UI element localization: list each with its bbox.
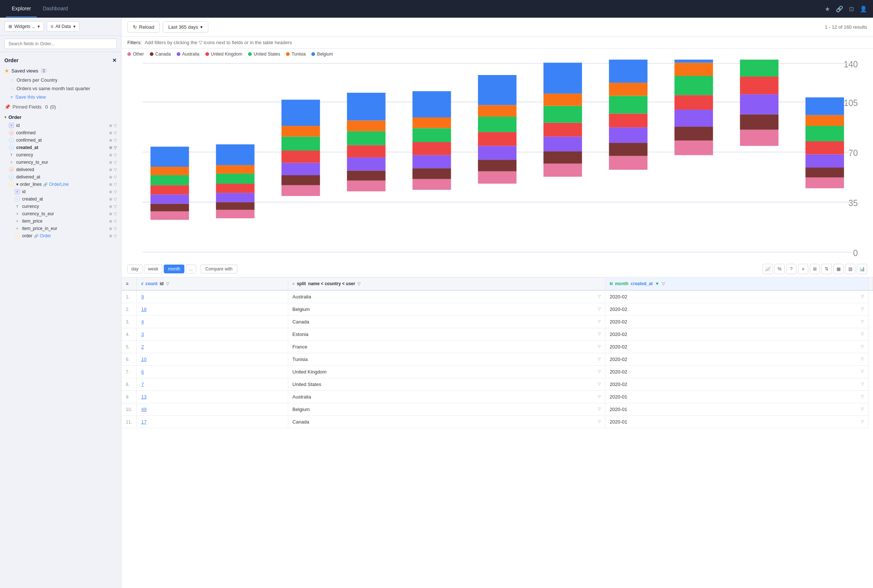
date-filter-button[interactable]: Last 365 days ▾: [163, 21, 208, 33]
th-sort-desc-icon[interactable]: ▼: [655, 281, 660, 286]
nav-tab-dashboard[interactable]: Dashboard: [37, 0, 74, 17]
field-created-at[interactable]: ○ created_at ⊕ ▽: [0, 144, 121, 151]
pinned-fields-header[interactable]: 📌 Pinned Fields 0 (0): [0, 101, 121, 111]
field-delivered[interactable]: ◇ delivered ⊕ ▽: [0, 166, 121, 173]
close-icon[interactable]: ✕: [112, 57, 117, 63]
count-link[interactable]: 49: [141, 406, 147, 412]
filter-field-icon-2[interactable]: ▽: [114, 130, 117, 135]
sub-filter-icon[interactable]: ▽: [114, 189, 117, 194]
field-currency-to-eur[interactable]: # currency_to_eur ⊕ ▽: [0, 159, 121, 166]
pin-field-icon-2[interactable]: ⊕: [109, 130, 112, 135]
reload-button[interactable]: ↻ Reload: [128, 21, 160, 33]
pin-field-icon[interactable]: ⊕: [109, 123, 112, 128]
cell-count[interactable]: 49: [136, 403, 288, 416]
pin-field-icon-5[interactable]: ⊕: [109, 153, 112, 158]
count-link[interactable]: 3: [141, 332, 144, 337]
search-input[interactable]: [4, 39, 117, 49]
row-filter-icon[interactable]: ▽: [598, 332, 601, 336]
cell-count[interactable]: 3: [136, 328, 288, 341]
row-date-filter-icon[interactable]: ▽: [861, 306, 864, 311]
bar-chart-3-icon-btn[interactable]: 📊: [857, 264, 867, 274]
sub-pin-icon-7[interactable]: ⊕: [109, 234, 112, 238]
cell-count[interactable]: 18: [136, 303, 288, 316]
list-icon-btn[interactable]: ≡: [798, 264, 808, 274]
cell-count[interactable]: 4: [136, 316, 288, 328]
sub-pin-icon-5[interactable]: ⊕: [109, 219, 112, 224]
row-date-filter-icon[interactable]: ▽: [861, 357, 864, 362]
cell-count[interactable]: 17: [136, 416, 288, 428]
count-link[interactable]: 2: [141, 344, 144, 350]
row-date-filter-icon[interactable]: ▽: [861, 294, 864, 299]
pin-field-icon-4[interactable]: ⊕: [109, 146, 112, 150]
count-link[interactable]: 7: [141, 382, 144, 387]
screen-icon[interactable]: ⊡: [849, 6, 854, 12]
filter-field-icon-5[interactable]: ▽: [114, 153, 117, 158]
field-confirmed[interactable]: ◇ confirmed ⊕ ▽: [0, 129, 121, 136]
sub-filter-icon-7[interactable]: ▽: [114, 234, 117, 238]
count-link[interactable]: 9: [141, 294, 144, 300]
th-count-filter-icon[interactable]: ▽: [166, 282, 169, 286]
filter-field-icon-6[interactable]: ▽: [114, 160, 117, 165]
sub-filter-icon-5[interactable]: ▽: [114, 219, 117, 224]
row-filter-icon[interactable]: ▽: [598, 419, 601, 424]
pin-field-icon-9[interactable]: ⊕: [109, 182, 112, 187]
field-confirmed-at[interactable]: ○ confirmed_at ⊕ ▽: [0, 136, 121, 144]
filter-field-icon[interactable]: ▽: [114, 123, 117, 128]
sub-pin-icon-3[interactable]: ⊕: [109, 204, 112, 209]
widgets-dropdown[interactable]: ⊞ Explorer Widgets ... ▾: [4, 21, 44, 32]
line-chart-icon-btn[interactable]: 📈: [763, 264, 773, 274]
subfield-item-price-in-eur[interactable]: # item_price_in_eur ⊕ ▽: [0, 225, 121, 232]
pin-field-icon-8[interactable]: ⊕: [109, 175, 112, 180]
grid-icon-btn[interactable]: ⊞: [810, 264, 820, 274]
count-link[interactable]: 6: [141, 369, 144, 375]
sub-filter-icon-4[interactable]: ▽: [114, 212, 117, 216]
subfield-id[interactable]: # id ⊕ ▽: [0, 188, 121, 195]
row-filter-icon[interactable]: ▽: [598, 319, 601, 324]
row-date-filter-icon[interactable]: ▽: [861, 319, 864, 324]
filter-field-icon-4[interactable]: ▽: [114, 146, 117, 150]
count-link[interactable]: 13: [141, 394, 147, 400]
th-split-filter-icon[interactable]: ▽: [357, 282, 360, 286]
sort-icon-btn[interactable]: ⇅: [822, 264, 832, 274]
filter-field-icon-8[interactable]: ▽: [114, 175, 117, 180]
row-filter-icon[interactable]: ▽: [598, 344, 601, 349]
saved-view-orders-per-country[interactable]: ☆ Orders per Country: [0, 76, 121, 84]
saved-view-orders-vs-same[interactable]: ☆ Orders vs same month last quarter: [0, 84, 121, 93]
cell-count[interactable]: 2: [136, 341, 288, 353]
field-id[interactable]: # id ⊕ ▽: [0, 122, 121, 129]
filter-field-icon-7[interactable]: ▽: [114, 167, 117, 172]
sub-pin-icon-6[interactable]: ⊕: [109, 226, 112, 231]
count-link[interactable]: 17: [141, 419, 147, 424]
save-this-view[interactable]: + Save this view: [0, 93, 121, 101]
th-split-country[interactable]: = split name < country < user ▽: [288, 278, 605, 290]
hamburger-icon[interactable]: ≡: [126, 281, 129, 286]
sub-filter-icon-3[interactable]: ▽: [114, 204, 117, 209]
pin-field-icon-6[interactable]: ⊕: [109, 160, 112, 165]
row-filter-icon[interactable]: ▽: [598, 369, 601, 374]
row-date-filter-icon[interactable]: ▽: [861, 369, 864, 374]
sub-order-link-label[interactable]: Order: [40, 233, 51, 238]
row-filter-icon[interactable]: ▽: [598, 294, 601, 299]
subfield-currency-to-eur[interactable]: # currency_to_eur ⊕ ▽: [0, 210, 121, 218]
percent-icon-btn[interactable]: %: [774, 264, 784, 274]
sub-pin-icon-2[interactable]: ⊕: [109, 197, 112, 202]
cell-count[interactable]: 6: [136, 366, 288, 378]
subfield-currency[interactable]: T currency ⊕ ▽: [0, 203, 121, 210]
count-link[interactable]: 18: [141, 306, 147, 312]
row-filter-icon[interactable]: ▽: [598, 394, 601, 399]
time-btn-more[interactable]: ...: [186, 265, 196, 273]
cell-count[interactable]: 10: [136, 353, 288, 366]
row-date-filter-icon[interactable]: ▽: [861, 382, 864, 386]
star-icon[interactable]: ★: [825, 6, 830, 12]
user-icon[interactable]: 👤: [860, 6, 867, 12]
row-filter-icon[interactable]: ▽: [598, 357, 601, 362]
cell-count[interactable]: 7: [136, 378, 288, 391]
cell-count[interactable]: 13: [136, 391, 288, 403]
row-filter-icon[interactable]: ▽: [598, 306, 601, 311]
order-line-link-label[interactable]: OrderLine: [49, 182, 69, 187]
question-icon-btn[interactable]: ?: [786, 264, 796, 274]
field-delivered-at[interactable]: ○ delivered_at ⊕ ▽: [0, 173, 121, 181]
th-month-created-at[interactable]: M month created_at ▼ ▽: [605, 278, 868, 290]
row-filter-icon[interactable]: ▽: [598, 382, 601, 386]
link-icon[interactable]: 🔗: [836, 6, 843, 12]
